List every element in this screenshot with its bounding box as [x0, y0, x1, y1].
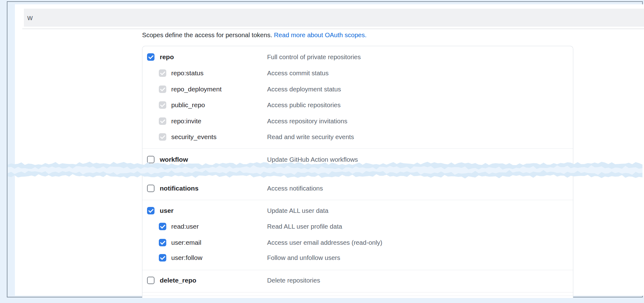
page-content: w Scopes define the access for personal … [15, 4, 644, 296]
scope-description: Follow and unfollow users [267, 254, 340, 262]
scope-row-repo: repo Full control of private repositorie… [142, 53, 573, 61]
scope-name: public_repo [171, 101, 205, 109]
scope-description: Access notifications [267, 184, 323, 192]
header-divider [22, 29, 644, 29]
scope-row-workflow: workflow Update GitHub Action workflows [142, 156, 573, 164]
page: w Scopes define the access for personal … [0, 0, 644, 303]
scope-row-user-follow: user:follow Follow and unfollow users [142, 254, 573, 262]
row-divider [142, 200, 573, 200]
checkbox-user-follow[interactable] [159, 254, 166, 261]
scope-row-notifications: notifications Access notifications [142, 184, 573, 192]
oauth-scopes-link[interactable]: Read more about OAuth scopes. [274, 31, 367, 38]
scope-description: Update GitHub Action workflows [267, 156, 358, 164]
scope-description: Update ALL user data [267, 207, 329, 215]
tab-header-bar: w [24, 9, 644, 27]
scope-row-delete-repo: delete_repo Delete repositories [142, 276, 573, 284]
scope-name: workflow [160, 156, 188, 164]
scope-name: read:user [171, 222, 199, 231]
tab-label: w [27, 9, 33, 27]
checkbox-user[interactable] [147, 207, 154, 214]
scope-description: Access commit status [267, 69, 329, 77]
scope-name: repo [160, 53, 174, 61]
scope-name: repo_deployment [171, 85, 221, 93]
scopes-list-box: repo Full control of private repositorie… [142, 46, 573, 298]
scope-row-user: user Update ALL user data [142, 207, 573, 215]
scope-description: Access deployment status [267, 85, 341, 93]
scope-description: Delete repositories [267, 276, 320, 284]
scope-description: Read and write security events [267, 133, 354, 141]
scopes-intro-sentence: Scopes define the access for personal to… [142, 31, 274, 38]
scope-description: Read ALL user profile data [267, 222, 342, 231]
scope-name: notifications [160, 184, 199, 192]
scope-description: Access public repositories [267, 101, 341, 109]
row-divider [142, 148, 573, 149]
checkbox-security-events[interactable] [159, 133, 166, 141]
content-bottom-divider [22, 296, 644, 296]
checkbox-public-repo[interactable] [159, 101, 166, 109]
scope-row-user-email: user:email Access user email addresses (… [142, 239, 573, 247]
scope-name: user:email [171, 239, 201, 247]
checkbox-repo-deployment[interactable] [159, 86, 166, 93]
scope-row-security-events: security_events Read and write security … [142, 133, 573, 141]
scope-row-read-user: read:user Read ALL user profile data [142, 222, 573, 231]
scope-row-repo-deployment: repo_deployment Access deployment status [142, 85, 573, 93]
checkbox-delete-repo[interactable] [147, 277, 154, 284]
scope-name: user:follow [171, 254, 202, 262]
checkbox-user-email[interactable] [159, 239, 166, 246]
browser-window-frame: w Scopes define the access for personal … [7, 1, 643, 297]
checkbox-workflow[interactable] [147, 156, 154, 163]
scope-name: delete_repo [160, 276, 196, 284]
scope-row-public-repo: public_repo Access public repositories [142, 101, 573, 109]
scope-name: repo:invite [171, 117, 201, 125]
row-divider [142, 270, 573, 270]
scope-name: security_events [171, 133, 217, 141]
checkbox-repo-status[interactable] [159, 69, 166, 77]
checkbox-read-user[interactable] [159, 223, 166, 230]
checkbox-repo[interactable] [147, 53, 154, 61]
scope-name: repo:status [171, 69, 203, 77]
checkbox-repo-invite[interactable] [159, 117, 166, 125]
scope-description: Access user email addresses (read-only) [267, 239, 382, 247]
scopes-intro-text: Scopes define the access for personal to… [142, 31, 367, 39]
row-divider [142, 292, 573, 292]
scope-description: Full control of private repositories [267, 53, 361, 61]
checkbox-notifications[interactable] [147, 185, 154, 192]
scope-row-repo-invite: repo:invite Access repository invitation… [142, 117, 573, 125]
scope-row-repo-status: repo:status Access commit status [142, 69, 573, 77]
scope-name: user [160, 207, 173, 215]
scope-description: Access repository invitations [267, 117, 347, 125]
